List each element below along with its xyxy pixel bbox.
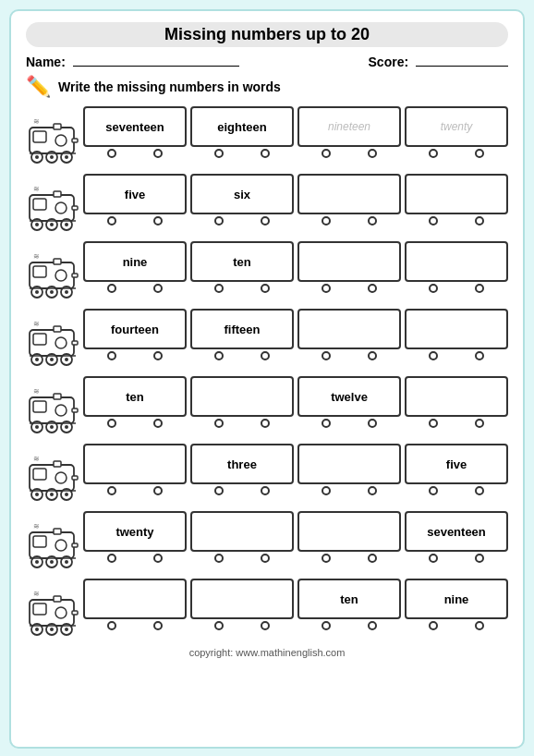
- wheel-right: [153, 621, 163, 630]
- car-wheels: [405, 552, 508, 563]
- engine: ≋: [26, 319, 79, 360]
- svg-rect-54: [33, 401, 46, 412]
- car-wheels: [297, 619, 401, 630]
- car-body: twelve: [297, 376, 401, 417]
- car-body[interactable]: [190, 511, 294, 552]
- car-wrapper: twelve: [297, 376, 401, 428]
- page: Missing numbers up to 20 Name: Score: ✏️…: [9, 9, 525, 749]
- svg-text:≋: ≋: [33, 455, 40, 463]
- svg-rect-83: [72, 543, 78, 547]
- svg-rect-2: [33, 131, 46, 142]
- wheel-right: [153, 284, 163, 293]
- car-wrapper: [83, 579, 187, 630]
- engine-wrapper: ≋: [26, 589, 79, 629]
- cars-group: ten twelve: [83, 376, 508, 437]
- car-wrapper: seventeen: [405, 511, 508, 563]
- wheel-left: [322, 351, 331, 360]
- car-body[interactable]: [83, 444, 187, 484]
- car-body[interactable]: [405, 376, 508, 417]
- cars-group: seventeen eighteen nineteen twenty: [83, 106, 508, 167]
- car-body: nineteen: [297, 106, 401, 147]
- wheel-right: [153, 216, 163, 226]
- train-rows-container: ≋ seventeen eighteen: [26, 106, 508, 640]
- car-wrapper: fifteen: [190, 309, 294, 360]
- wheel-right: [475, 486, 484, 495]
- car-body[interactable]: [405, 309, 508, 349]
- svg-point-69: [55, 472, 67, 483]
- svg-rect-55: [54, 394, 61, 399]
- car-body[interactable]: [297, 444, 401, 484]
- car-wrapper: nineteen: [297, 106, 401, 158]
- wheel-right: [475, 149, 484, 158]
- car-body[interactable]: [405, 241, 508, 282]
- car-body: twenty: [83, 511, 187, 552]
- car-wheels: [190, 147, 294, 158]
- car-wheels: [190, 214, 294, 226]
- wheel-right: [261, 149, 270, 158]
- wheel-left: [214, 554, 224, 563]
- car-body[interactable]: [83, 579, 187, 619]
- svg-point-35: [50, 290, 54, 294]
- car-wrapper: nine: [83, 241, 187, 293]
- wheel-right: [261, 284, 270, 293]
- car-wheels: [190, 619, 294, 630]
- car-body[interactable]: [297, 174, 401, 214]
- svg-rect-31: [72, 274, 78, 277]
- wheel-left: [214, 621, 224, 630]
- engine-wrapper: ≋: [26, 184, 79, 225]
- engine-wrapper: ≋: [26, 386, 79, 427]
- car-body: ten: [190, 241, 294, 282]
- car-wrapper: [297, 174, 401, 226]
- score-line[interactable]: [416, 66, 508, 67]
- car-body: three: [190, 444, 294, 484]
- wheel-right: [368, 486, 377, 495]
- car-wheels: [190, 349, 294, 360]
- car-body[interactable]: [297, 511, 401, 552]
- svg-text:≋: ≋: [33, 522, 40, 530]
- footer: copyright: www.mathinenglish.com: [26, 647, 508, 658]
- svg-point-37: [65, 290, 68, 294]
- car-body[interactable]: [297, 241, 401, 282]
- wheel-right: [153, 351, 163, 360]
- svg-rect-5: [72, 139, 78, 142]
- svg-point-72: [35, 493, 39, 496]
- car-wheels: [405, 214, 508, 226]
- wheel-right: [475, 351, 484, 360]
- car-body[interactable]: [190, 579, 294, 619]
- wheel-right: [261, 554, 270, 563]
- svg-point-76: [65, 493, 68, 496]
- car-wheels: [83, 282, 187, 293]
- car-wheels: [405, 147, 508, 158]
- wheel-left: [429, 216, 438, 226]
- wheel-right: [368, 554, 377, 563]
- engine: ≋: [26, 184, 79, 225]
- wheel-right: [153, 554, 163, 563]
- car-wrapper: [190, 511, 294, 563]
- car-wheels: [190, 552, 294, 563]
- train-row-3: ≋ fourteen fifteen: [26, 309, 508, 370]
- wheel-left: [429, 486, 438, 495]
- engine: ≋: [26, 386, 79, 427]
- car-body[interactable]: [190, 376, 294, 417]
- wheel-right: [475, 216, 484, 226]
- name-line[interactable]: [73, 66, 239, 67]
- svg-point-43: [55, 337, 67, 348]
- car-wrapper: twenty: [405, 106, 508, 158]
- car-wrapper: [297, 241, 401, 293]
- car-body: seventeen: [83, 106, 187, 147]
- car-wheels: [297, 417, 401, 428]
- svg-point-33: [35, 290, 39, 294]
- svg-point-22: [50, 223, 54, 226]
- car-body[interactable]: [405, 174, 508, 214]
- svg-point-59: [35, 425, 39, 429]
- cars-group: twenty seventeen: [83, 511, 508, 572]
- wheel-left: [322, 554, 331, 563]
- svg-point-4: [55, 135, 67, 146]
- car-body[interactable]: [297, 309, 401, 349]
- wheel-right: [475, 284, 484, 293]
- wheel-left: [214, 419, 224, 428]
- car-wheels: [190, 484, 294, 495]
- car-wheels: [405, 484, 508, 495]
- svg-point-100: [50, 628, 54, 631]
- svg-point-85: [35, 560, 39, 564]
